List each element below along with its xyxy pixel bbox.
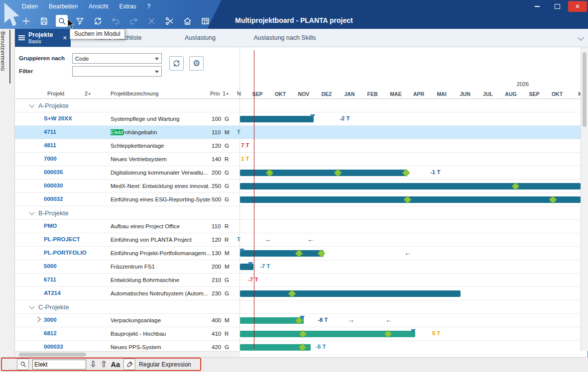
- project-code[interactable]: 000032: [44, 196, 63, 202]
- settings-button[interactable]: ⚙: [189, 56, 204, 71]
- gantt-bar[interactable]: [240, 116, 314, 122]
- expand-icon[interactable]: [35, 316, 40, 322]
- col-header-prio[interactable]: Prio: [210, 91, 220, 96]
- project-row[interactable]: S+W 20XXSystempflege und Wartung100G-2 T: [15, 112, 581, 126]
- project-code[interactable]: 7000: [44, 156, 57, 162]
- find-next-button[interactable]: ⇩: [90, 360, 97, 369]
- project-code[interactable]: 000033: [44, 344, 63, 350]
- search-button[interactable]: [17, 359, 29, 370]
- vertical-scroll-thumb[interactable]: [583, 52, 587, 127]
- redo-icon[interactable]: [127, 15, 139, 27]
- project-row[interactable]: PMOAufbau eines Project Office110R: [15, 220, 581, 233]
- project-row[interactable]: 4711Elektrohängebahn110MT: [15, 126, 581, 139]
- search-input[interactable]: [32, 360, 86, 370]
- find-previous-button[interactable]: ⇧: [100, 360, 107, 369]
- group-by-select[interactable]: Code: [72, 53, 162, 64]
- project-code[interactable]: 6711: [44, 277, 56, 282]
- close-button[interactable]: ✕: [568, 1, 587, 12]
- project-row[interactable]: 5000Fräszentrum FS1200M-7 T: [15, 260, 581, 274]
- collapse-icon[interactable]: [29, 303, 34, 309]
- reload-button[interactable]: [169, 56, 184, 71]
- home-icon[interactable]: [181, 15, 193, 27]
- tab-close-icon[interactable]: ✕: [63, 35, 67, 41]
- filter-icon[interactable]: [74, 15, 86, 27]
- group-row[interactable]: B-Projekte: [15, 206, 581, 220]
- project-row[interactable]: 7000Neues Vertriebsystem140R1 T: [15, 153, 581, 166]
- project-row[interactable]: 4811Schleppkettenanlage120G7 T: [15, 139, 581, 153]
- minimize-button[interactable]: [528, 1, 546, 12]
- timeline-month: MAE: [390, 91, 401, 97]
- menu-item-bearbeiten[interactable]: Bearbeiten: [49, 3, 78, 10]
- tab-auslastung-nach-skills[interactable]: Auslastung nach Skills: [235, 29, 335, 47]
- undo-icon[interactable]: [110, 15, 121, 27]
- group-row[interactable]: C-Projekte: [15, 300, 581, 314]
- gantt-bar[interactable]: [240, 317, 304, 324]
- project-code[interactable]: 3000: [44, 317, 57, 323]
- status-code: G: [225, 196, 229, 202]
- close-module-icon[interactable]: [145, 15, 157, 27]
- window-controls: ✕: [528, 1, 587, 12]
- project-code[interactable]: 000030: [44, 183, 63, 188]
- project-row[interactable]: 3000Verpackungsanlage400M-8 T→←: [15, 314, 581, 327]
- project-code[interactable]: AT214: [44, 290, 61, 296]
- row-gantt-area: [240, 220, 581, 233]
- project-code[interactable]: 5000: [44, 263, 57, 269]
- tab-projekte[interactable]: Projekte Basis ✕: [15, 29, 71, 47]
- project-row[interactable]: 000033Neues PPS-System420G-5 T: [15, 341, 581, 351]
- new-icon[interactable]: [20, 15, 32, 27]
- regex-toggle[interactable]: Regular Expression: [139, 361, 191, 368]
- highlight-button[interactable]: [123, 359, 135, 370]
- project-code[interactable]: S+W 20XX: [44, 115, 72, 121]
- status-code: G: [225, 183, 229, 189]
- project-row[interactable]: PL-PORTFOLIOEinführung Projekt-Portfolio…: [15, 247, 581, 260]
- maximize-button[interactable]: [548, 1, 566, 12]
- project-row[interactable]: PL-PROJECTEinführung von PLANTA Project1…: [15, 233, 581, 247]
- end-marker-icon: [239, 249, 244, 253]
- menu-item-ansicht[interactable]: Ansicht: [89, 3, 108, 10]
- group-row[interactable]: A-Projekte: [15, 99, 581, 112]
- sidebar-benutzermenu[interactable]: Benutzermenü: [0, 29, 15, 357]
- search-icon[interactable]: [56, 15, 68, 27]
- collapse-icon[interactable]: [29, 102, 34, 107]
- project-code[interactable]: 6812: [44, 330, 57, 336]
- panel-collapse-icon[interactable]: [578, 34, 584, 41]
- project-code[interactable]: 4711: [44, 129, 56, 135]
- project-row[interactable]: 000032Einführung eines ESG-Reporting-Sys…: [15, 193, 581, 206]
- match-case-toggle[interactable]: Aa: [111, 361, 120, 369]
- project-row[interactable]: 000030MedX-Next: Entwicklung eines innov…: [15, 180, 581, 193]
- gantt-bar[interactable]: [240, 170, 407, 176]
- gantt-bar[interactable]: [240, 183, 581, 189]
- project-code[interactable]: PL-PROJECT: [44, 236, 80, 242]
- menu-item-daten[interactable]: Daten: [22, 3, 38, 10]
- project-row[interactable]: 6812Bauprojekt - Hochbau410R5 T: [15, 327, 581, 341]
- project-row[interactable]: 000035Digitalisierung kommunaler Verwalt…: [15, 166, 581, 180]
- hamburger-icon[interactable]: [18, 37, 25, 38]
- priority-value: 130: [212, 250, 223, 256]
- project-code[interactable]: 4811: [44, 142, 56, 148]
- horizontal-scrollbar[interactable]: [15, 351, 240, 357]
- project-code[interactable]: PMO: [44, 223, 57, 229]
- project-row[interactable]: AT214Automatisches Notrufsystem (Autom..…: [15, 287, 581, 300]
- refresh-icon[interactable]: [92, 15, 104, 27]
- gantt-bar[interactable]: [240, 250, 324, 257]
- cut-icon[interactable]: [163, 15, 175, 27]
- col-header-bezeichnung[interactable]: Projektbezeichnung: [111, 91, 159, 96]
- tab-auslastung[interactable]: Auslastung: [165, 29, 235, 47]
- status-code: M: [225, 250, 230, 256]
- collapse-icon[interactable]: [29, 209, 34, 215]
- horizontal-scroll-thumb[interactable]: [19, 353, 86, 357]
- sort-indicator-projekt[interactable]: 2▲: [85, 91, 91, 96]
- col-header-projekt[interactable]: Projekt: [47, 91, 64, 96]
- row-table-cells: AT214Automatisches Notrufsystem (Autom..…: [15, 287, 240, 300]
- project-code[interactable]: 000035: [44, 169, 63, 175]
- menu-item-[interactable]: ?: [147, 3, 150, 10]
- vertical-scrollbar[interactable]: [581, 47, 588, 351]
- modules-icon[interactable]: [199, 15, 211, 27]
- sort-indicator-prio[interactable]: 1▲: [223, 91, 229, 96]
- save-icon[interactable]: [38, 15, 50, 27]
- filter-select[interactable]: [72, 66, 162, 77]
- gantt-bar[interactable]: [240, 290, 461, 297]
- menu-item-extras[interactable]: Extras: [119, 3, 136, 10]
- project-row[interactable]: 6711Entwicklung Bohrmaschine210G-7 T: [15, 274, 581, 287]
- project-code[interactable]: PL-PORTFOLIO: [44, 250, 87, 256]
